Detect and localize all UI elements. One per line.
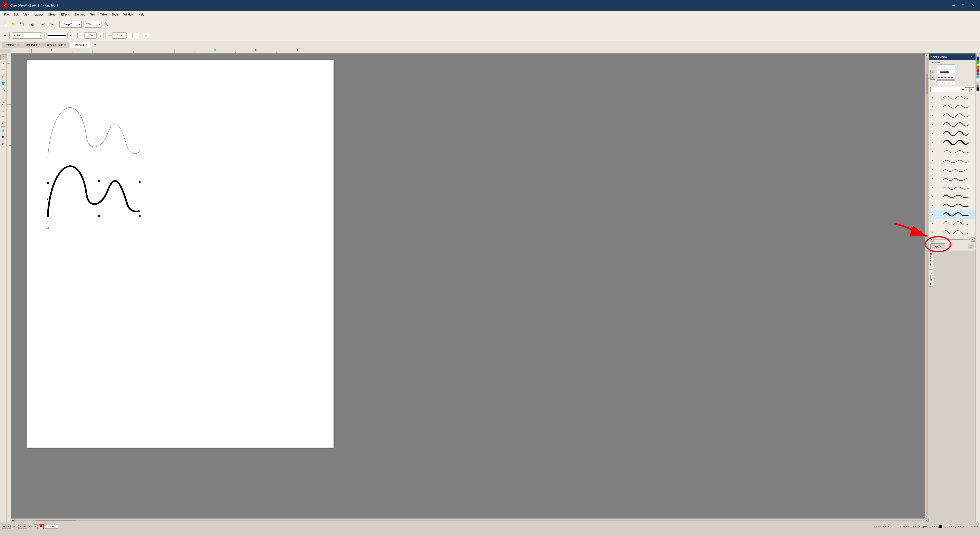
add-page-btn[interactable]: + bbox=[28, 525, 32, 528]
brush-row-3[interactable]: ⊕ bbox=[929, 111, 975, 120]
menu-text[interactable]: Text bbox=[88, 12, 97, 17]
brush-row-16[interactable]: ⊕ bbox=[929, 228, 975, 237]
eyedropper-tool[interactable]: 💧 bbox=[0, 128, 6, 133]
polygon-tool[interactable]: ⬡ bbox=[0, 120, 6, 126]
v-scrollbar-thumb[interactable] bbox=[926, 74, 928, 94]
last-used-icon-1[interactable]: ⊕ bbox=[931, 70, 935, 74]
h-scrollbar-thumb[interactable] bbox=[35, 520, 76, 521]
width-down-btn[interactable]: ↓ bbox=[133, 33, 139, 38]
record-btn[interactable]: ● bbox=[33, 524, 38, 529]
tab-untitled1[interactable]: Untitled-1 ✕ bbox=[23, 42, 44, 48]
maximize-button[interactable]: □ bbox=[959, 2, 968, 8]
select-tool[interactable]: ↗ bbox=[0, 54, 6, 60]
brush-row-15[interactable]: ⊕ bbox=[929, 219, 975, 228]
next-page-btn[interactable]: ▶ bbox=[18, 525, 22, 529]
panel-scroll-up-btn[interactable]: ▲ bbox=[929, 238, 934, 242]
blend-tool[interactable]: ⊕ bbox=[0, 141, 6, 147]
brush-row-8[interactable]: ⊕ bbox=[929, 156, 975, 165]
color-swatch-red[interactable] bbox=[977, 69, 979, 72]
color-swatch-cyan[interactable] bbox=[977, 75, 979, 78]
line-style-dropdown[interactable]: ▼ bbox=[67, 33, 73, 38]
color-swatch-black[interactable] bbox=[977, 88, 979, 91]
ellipse-tool[interactable]: ○ bbox=[0, 114, 6, 120]
menu-tools[interactable]: Tools bbox=[110, 12, 121, 17]
new-tab-btn[interactable]: + bbox=[91, 41, 99, 49]
last-used-stroke-3[interactable] bbox=[937, 75, 955, 80]
shape-tool[interactable]: ✦ bbox=[0, 61, 6, 66]
color-swatch-green[interactable] bbox=[977, 60, 979, 63]
settings-btn[interactable]: ⚙ bbox=[143, 33, 149, 38]
undo-btn[interactable]: ↩ bbox=[40, 21, 47, 28]
interactive-fill[interactable]: ▦ bbox=[0, 134, 6, 139]
width-input[interactable] bbox=[112, 32, 127, 38]
color-swatch-yellow[interactable] bbox=[977, 63, 979, 66]
artistic-type-select[interactable]: Artistic Brush Sprayer Calligraphy Press… bbox=[12, 32, 42, 38]
last-used-stroke-2[interactable] bbox=[937, 70, 955, 74]
last-used-icon-2[interactable]: ⊕ bbox=[931, 75, 935, 80]
canvas-area[interactable]: 1 5 bbox=[6, 54, 929, 522]
zoom-in-btn[interactable]: 🔍 bbox=[102, 21, 110, 28]
color-swatch-lightgray[interactable] bbox=[977, 82, 979, 85]
text-tool[interactable]: T bbox=[0, 94, 6, 100]
apply-button[interactable]: Apply bbox=[931, 243, 945, 249]
artistic-tool[interactable]: 🖌 bbox=[0, 73, 6, 78]
prev-page-btn[interactable]: ◀ bbox=[6, 525, 11, 529]
brushes-category-select[interactable]: CustomMediaStrokes bbox=[931, 87, 965, 92]
menu-view[interactable]: View bbox=[21, 12, 32, 17]
brush-row-2[interactable]: ⊕ bbox=[929, 102, 975, 111]
scroll-left-btn[interactable]: ◀ bbox=[11, 518, 15, 522]
panel-scrollbar[interactable] bbox=[934, 239, 970, 240]
menu-object[interactable]: Object bbox=[46, 12, 59, 17]
line-style-preview[interactable] bbox=[46, 33, 67, 38]
panel-close-btn[interactable]: ✕ bbox=[969, 55, 974, 59]
color-swatch-gray[interactable] bbox=[977, 85, 979, 88]
lock-button[interactable]: 🔒 bbox=[968, 244, 974, 249]
tab-untitled3[interactable]: Untitled-3.cdr ✕ bbox=[44, 42, 69, 48]
brush-row-6[interactable]: ⊕ bbox=[929, 138, 975, 147]
freehand-tool[interactable]: 〰 bbox=[0, 67, 6, 72]
h-scrollbar[interactable]: ◀ ▶ bbox=[11, 518, 929, 522]
first-page-btn[interactable]: |◀ bbox=[2, 525, 6, 529]
brushes-options-btn[interactable]: ▶ bbox=[969, 88, 974, 92]
menu-window[interactable]: Window bbox=[121, 12, 136, 17]
menu-layout[interactable]: Layout bbox=[32, 12, 46, 17]
scroll-right-btn[interactable]: ▶ bbox=[925, 518, 929, 522]
last-page-btn[interactable]: ▶| bbox=[23, 525, 27, 529]
open-btn[interactable]: 📁 bbox=[10, 21, 17, 28]
v-scrollbar-track[interactable] bbox=[926, 57, 928, 514]
brush-row-1[interactable]: ⊕ bbox=[929, 93, 975, 102]
last-used-stroke-4[interactable] bbox=[937, 80, 955, 85]
snap-select[interactable]: Snap To bbox=[61, 21, 82, 27]
panel-scrollbar-thumb[interactable] bbox=[951, 239, 963, 240]
brush-row-12[interactable]: ⊕ bbox=[929, 192, 975, 201]
color-swatch-orange[interactable] bbox=[977, 66, 979, 69]
close-button[interactable]: ✕ bbox=[969, 2, 978, 8]
minimize-button[interactable]: — bbox=[949, 2, 958, 8]
tab-close-untitled2[interactable]: ✕ bbox=[18, 43, 19, 46]
menu-bitmaps[interactable]: Bitmaps bbox=[72, 12, 88, 17]
brush-row-5[interactable]: ⊕ bbox=[929, 129, 975, 138]
menu-effects[interactable]: Effects bbox=[59, 12, 72, 17]
scroll-up-btn[interactable]: ▲ bbox=[925, 54, 929, 57]
redo-btn[interactable]: ↪ bbox=[48, 21, 55, 28]
brush-row-4[interactable]: ⊕ bbox=[929, 120, 975, 129]
brush-row-10[interactable]: ⊕ bbox=[929, 174, 975, 183]
brush-row-14[interactable]: ⊕ bbox=[929, 210, 975, 219]
brush-row-9[interactable]: ⊕ bbox=[929, 165, 975, 174]
menu-file[interactable]: File bbox=[2, 12, 11, 17]
color-swatch-blue[interactable] bbox=[977, 57, 979, 60]
tab-untitled4[interactable]: Untitled-4 ✕ bbox=[70, 42, 91, 48]
brush-row-13[interactable]: ⊕ bbox=[929, 201, 975, 210]
brush-row-7[interactable]: ⊕ bbox=[929, 147, 975, 156]
new-btn[interactable]: 📄 bbox=[2, 21, 9, 28]
panel-minimize-btn[interactable]: — bbox=[964, 55, 969, 59]
menu-help[interactable]: Help bbox=[136, 12, 147, 17]
scroll-down-btn[interactable]: ▼ bbox=[925, 515, 929, 518]
tab-untitled2[interactable]: Untitled-2 ✕ bbox=[2, 42, 22, 48]
tab-close-untitled4[interactable]: ✕ bbox=[85, 43, 87, 46]
panel-scroll-down-btn[interactable]: ▼ bbox=[970, 238, 975, 242]
menu-edit[interactable]: Edit bbox=[11, 12, 21, 17]
tab-close-untitled1[interactable]: ✕ bbox=[38, 43, 40, 46]
zoom-select[interactable]: 75% 50% 100% 200% bbox=[85, 21, 102, 27]
color-swatch-magenta[interactable] bbox=[977, 72, 979, 75]
